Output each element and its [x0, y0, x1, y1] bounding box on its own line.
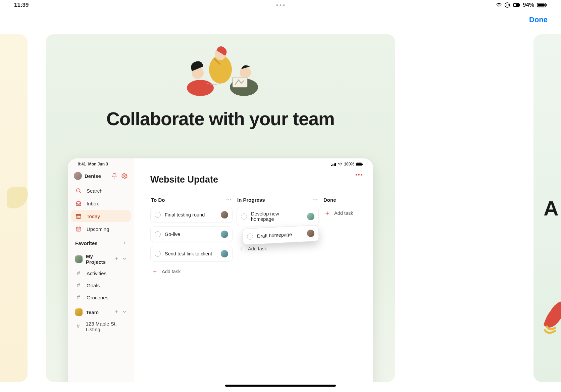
home-indicator[interactable]: [225, 385, 336, 387]
task-title: Go-live: [165, 232, 217, 237]
assignee-avatar: [221, 250, 228, 257]
status-time: 11:39: [14, 2, 29, 8]
onboarding-slide-next[interactable]: A: [533, 34, 561, 382]
nav-label: Upcoming: [87, 226, 109, 232]
task-title: Final testing round: [165, 212, 217, 217]
task-checkbox[interactable]: [241, 213, 247, 219]
done-button[interactable]: Done: [529, 15, 548, 24]
status-battery-percent: 94%: [523, 2, 534, 8]
multitask-dots-icon[interactable]: [276, 4, 285, 6]
task-title: Send test link to client: [165, 251, 217, 256]
status-right: 94%: [496, 2, 547, 8]
more-options-icon[interactable]: •••: [355, 172, 363, 178]
column-label: To Do: [151, 197, 165, 203]
workspace-avatar: [75, 255, 83, 263]
user-avatar[interactable]: [74, 172, 82, 180]
section-favorites[interactable]: Favorites: [71, 236, 131, 248]
chevron-down-icon[interactable]: [122, 309, 127, 315]
add-task-label: Add task: [162, 269, 181, 274]
svg-point-21: [124, 175, 125, 177]
plus-icon: ＋: [238, 244, 244, 253]
mock-sidebar: Denise Search Inbox: [68, 158, 134, 382]
add-task-button[interactable]: ＋Add task: [150, 265, 233, 278]
mock-app-window: 9:41 Mon Jun 3 100% Denise: [68, 158, 373, 382]
nav-inbox[interactable]: Inbox: [71, 197, 131, 209]
calendar-icon: [75, 226, 82, 232]
project-label: Activities: [87, 271, 106, 276]
svg-rect-13: [233, 77, 247, 87]
project-item[interactable]: #Groceries: [71, 292, 131, 303]
plus-icon: ＋: [324, 209, 330, 217]
task-checkbox[interactable]: [155, 251, 161, 257]
svg-text:21: 21: [78, 216, 80, 218]
add-task-label: Add task: [248, 246, 267, 251]
column-todo: To Do ••• Final testing round Go-live Se…: [150, 197, 233, 278]
task-card-dragging[interactable]: Draft homepage: [242, 225, 319, 245]
project-label: Groceries: [87, 295, 108, 300]
next-slide-peek-letter: A: [544, 196, 559, 220]
chevron-down-icon[interactable]: [122, 256, 127, 262]
svg-point-6: [187, 80, 214, 96]
add-project-icon[interactable]: [114, 309, 119, 315]
hash-icon: #: [75, 270, 82, 277]
task-card[interactable]: Develop new homepage: [237, 207, 319, 226]
notifications-icon[interactable]: [111, 172, 118, 180]
svg-rect-2: [514, 4, 516, 6]
task-title: Draft homepage: [257, 231, 303, 239]
project-label: Goals: [87, 283, 100, 288]
assignee-avatar: [307, 230, 314, 237]
project-item[interactable]: #Goals: [71, 280, 131, 291]
column-label: Done: [323, 197, 336, 203]
column-done: Done ＋Add task: [323, 197, 363, 278]
column-menu-icon[interactable]: •••: [226, 198, 232, 202]
section-label: Favorites: [75, 240, 98, 246]
add-task-label: Add task: [334, 210, 353, 216]
nav-search[interactable]: Search: [71, 185, 131, 197]
assignee-avatar: [307, 213, 314, 220]
mock-status-time: 9:41: [78, 162, 86, 166]
mock-status-date: Mon Jun 3: [88, 162, 108, 166]
battery-icon: [537, 2, 547, 8]
board-title: Website Update: [150, 175, 363, 185]
task-checkbox[interactable]: [155, 231, 161, 237]
project-item[interactable]: #Activities: [71, 267, 131, 279]
add-project-icon[interactable]: [114, 256, 119, 262]
svg-point-12: [240, 67, 251, 78]
onboarding-slide-current[interactable]: Collaborate with your team 9:41 Mon Jun …: [46, 34, 395, 382]
search-icon: [75, 187, 82, 194]
task-title: Develop new homepage: [251, 211, 303, 222]
column-in-progress: In Progress ••• Develop new homepage ＋Ad…: [237, 197, 319, 278]
task-card[interactable]: Final testing round: [150, 207, 233, 223]
column-menu-icon[interactable]: •••: [312, 198, 318, 202]
hero-title: Collaborate with your team: [46, 108, 395, 130]
do-not-disturb-icon: [513, 2, 520, 8]
task-checkbox[interactable]: [155, 212, 161, 218]
hero-illustration: [167, 41, 274, 98]
svg-rect-5: [546, 4, 547, 6]
nav-today[interactable]: 21 Today: [71, 210, 131, 222]
svg-point-22: [76, 189, 80, 192]
mock-main: ••• Website Update To Do ••• Final testi…: [134, 158, 373, 382]
nav-label: Search: [87, 188, 103, 194]
nav-label: Inbox: [87, 201, 99, 206]
section-label: My Projects: [86, 253, 114, 265]
hash-icon: #: [75, 323, 81, 330]
task-card[interactable]: Send test link to client: [150, 246, 233, 262]
device-status-bar: 11:39 94%: [0, 0, 561, 10]
project-item[interactable]: #123 Maple St. Listing: [71, 318, 131, 335]
section-label: Team: [86, 309, 99, 315]
calendar-today-icon: 21: [75, 213, 82, 219]
wifi-icon: [496, 2, 502, 8]
orientation-lock-icon: [505, 2, 510, 8]
add-task-button[interactable]: ＋Add task: [323, 207, 363, 219]
assignee-avatar: [221, 211, 228, 218]
nav-upcoming[interactable]: Upcoming: [71, 223, 131, 235]
section-team[interactable]: Team: [71, 304, 131, 318]
section-my-projects[interactable]: My Projects: [71, 249, 131, 267]
task-checkbox[interactable]: [247, 233, 253, 240]
onboarding-slide-prev[interactable]: [0, 34, 28, 382]
decorative-blob: [540, 298, 561, 335]
settings-icon[interactable]: [121, 172, 128, 180]
user-name[interactable]: Denise: [85, 173, 101, 179]
task-card[interactable]: Go-live: [150, 226, 233, 242]
